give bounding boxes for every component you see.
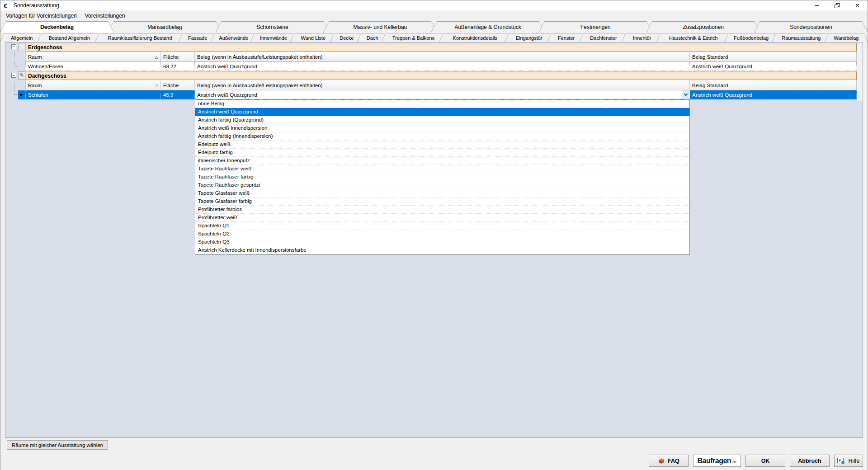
tab-label: Dach [367, 35, 378, 41]
faq-button[interactable]: FAQ [649, 455, 689, 467]
ok-button[interactable]: OK [745, 455, 785, 467]
column-header-belag-standard[interactable]: Belag Standard [690, 52, 857, 62]
tab-haustechnik-estrich[interactable]: Haustechnik & Estrich [656, 33, 731, 42]
tab-raumausstattung[interactable]: Raumausstattung [772, 33, 830, 42]
restore-button[interactable] [827, 0, 847, 10]
minimize-button[interactable] [807, 0, 827, 10]
dropdown-option-tapete-rauhfaser-gespritzt[interactable]: Tapete Rauhfaser gespritzt [195, 181, 689, 189]
cancel-button[interactable]: Abbruch [790, 455, 830, 467]
cell-belag-standard[interactable]: Anstrich weiß Quarzgrund [690, 62, 857, 71]
cell-belag[interactable]: Anstrich weiß Quarzgrund [195, 62, 690, 71]
tab-eingangstür[interactable]: Eingangstür [505, 33, 553, 42]
dropdown-option-italienischer-innenputz[interactable]: italienischer Innenputz [195, 157, 689, 165]
tab-massiv-und-kellerbau[interactable]: Massiv- und Kellerbau [323, 21, 437, 33]
tab-wandbelag[interactable]: Wandbelag [825, 33, 868, 42]
table-row-schlafen[interactable]: ▶Schlafen45,9Anstrich weiß QuarzgrundAns… [5, 90, 857, 99]
dropdown-option-tapete-glasfaser-weiß[interactable]: Tapete Glasfaser weiß [195, 189, 689, 197]
menu-voreinstellungen[interactable]: Voreinstellungen [81, 11, 129, 20]
dropdown-option-ohne-belag[interactable]: ohne Belag [195, 100, 689, 108]
column-header-flaeche[interactable]: Fläche [161, 80, 195, 90]
tab-label: Außenwände [219, 35, 248, 41]
tab-treppen-balkone[interactable]: Treppen & Balkone [382, 33, 446, 42]
content-panel: ErdgeschossRaum△FlächeBelag (wenn in Aus… [5, 42, 863, 438]
menu-bar: Vorlagen für Voreinstellungen Voreinstel… [0, 10, 868, 21]
group-row-dachgeschoss[interactable]: ✎Dachgeschoss [5, 71, 857, 80]
tab-label: Eingangstür [516, 35, 542, 41]
baufragen-logo-button[interactable]: Baufragen de [693, 455, 741, 467]
dropdown-option-spachteln-q2[interactable]: Spachteln Q2 [195, 230, 689, 238]
tab-festmengen[interactable]: Festmengen [538, 21, 652, 33]
cell-flaeche[interactable]: 45,9 [161, 90, 195, 99]
help-label: Hilfe [848, 458, 859, 464]
tab-mansardbelag[interactable]: Mansardbelag [108, 21, 222, 33]
dropdown-option-anstrich-kellerdecke-mit-innendispersionsfarbe[interactable]: Anstrich Kellerdecke mit Innendispersion… [195, 246, 689, 254]
select-same-equipment-rooms-button[interactable]: Räume mit gleicher Ausstattung wählen [7, 440, 108, 450]
dropdown-option-tapete-rauhfaser-farbig[interactable]: Tapete Rauhfaser farbig [195, 173, 689, 181]
chevron-down-icon [684, 92, 688, 96]
tab-label: Außenanlage & Grundstück [454, 24, 521, 30]
tab-innenwände[interactable]: Innenwände [250, 33, 297, 42]
tab-label: Zusatzpositionen [683, 24, 724, 30]
tab-dachfenster[interactable]: Dachfenster [579, 33, 628, 42]
sort-ascending-icon: △ [155, 83, 158, 88]
collapse-expander-icon[interactable] [11, 44, 16, 49]
tab-zusatzpositionen[interactable]: Zusatzpositionen [646, 21, 760, 33]
tab-label: Fassade [188, 35, 207, 41]
table-row-wohnen-essen[interactable]: Wohnen/Essen69,22Anstrich weiß Quarzgrun… [5, 62, 857, 71]
dropdown-option-tapete-glasfaser-farbig[interactable]: Tapete Glasfaser farbig [195, 197, 689, 206]
dropdown-option-spachteln-q3[interactable]: Spachteln Q3 [195, 238, 689, 246]
dropdown-option-tapete-rauhfaser-weiß[interactable]: Tapete Rauhfaser weiß [195, 165, 689, 173]
help-button[interactable]: ? Hilfe [834, 455, 863, 467]
dropdown-option-profilbretter-weiß[interactable]: Profilbretter weiß [195, 214, 689, 222]
dropdown-option-anstrich-farbig-innendispersion[interactable]: Anstrich farbig (Innendispersion) [195, 132, 689, 141]
dropdown-option-edelputz-farbig[interactable]: Edelputz farbig [195, 149, 689, 157]
tab-außenwände[interactable]: Außenwände [211, 33, 257, 42]
column-header-flaeche[interactable]: Fläche [161, 52, 195, 62]
tab-außenanlage-grundstück[interactable]: Außenanlage & Grundstück [431, 21, 545, 33]
tab-bestand-allgemein[interactable]: Bestand Allgemein [37, 33, 101, 42]
belag-dropdown-list: ohne BelagAnstrich weiß QuarzgrundAnstri… [195, 99, 690, 255]
baufragen-logo-text: Baufragen [698, 457, 731, 465]
dropdown-option-profilbretter-farblos[interactable]: Profilbretter farblos [195, 206, 689, 214]
faq-roof-icon [658, 458, 665, 464]
group-row-erdgeschoss[interactable]: Erdgeschoss [5, 42, 857, 52]
collapse-expander-icon[interactable] [11, 73, 16, 78]
column-header-belag-standard[interactable]: Belag Standard [690, 80, 857, 90]
tab-label: Wandbelag [834, 35, 859, 41]
tab-fußbodenbelag[interactable]: Fußbodenbelag [724, 33, 778, 42]
cell-raum[interactable]: Schlafen [25, 90, 161, 99]
cell-flaeche[interactable]: 69,22 [161, 62, 195, 71]
dropdown-option-anstrich-weiß-innendispersion[interactable]: Anstrich weiß Innendispersion [195, 124, 689, 132]
app-window: € Sonderausstattung ✕ Vorlagen für Vorei… [0, 0, 868, 470]
dropdown-option-anstrich-farbig-quarzgrund[interactable]: Anstrich farbig (Quarzgrund) [195, 116, 689, 124]
tab-deckenbelag[interactable]: Deckenbelag [0, 21, 114, 33]
column-header-raum[interactable]: Raum△ [25, 80, 161, 90]
close-button[interactable]: ✕ [847, 0, 868, 10]
combo-dropdown-button[interactable] [682, 90, 689, 99]
close-icon: ✕ [855, 3, 859, 8]
column-header-belag[interactable]: Belag (wenn in Ausbaustufe/Leistungspake… [195, 52, 690, 62]
tab-sonderpositionen[interactable]: Sonderpositionen [754, 21, 868, 33]
tab-label: Haustechnik & Estrich [669, 35, 718, 41]
app-euro-icon: € [4, 2, 12, 9]
cell-raum[interactable]: Wohnen/Essen [25, 62, 161, 71]
dropdown-option-anstrich-weiß-quarzgrund[interactable]: Anstrich weiß Quarzgrund [195, 108, 689, 116]
column-header-belag[interactable]: Belag (wenn in Ausbaustufe/Leistungspake… [195, 80, 690, 90]
scrollbar-track[interactable] [857, 42, 863, 101]
tab-raumklassifizierung-bestand[interactable]: Raumklassifizierung Bestand [95, 33, 184, 42]
column-header-row: Raum△FlächeBelag (wenn in Ausbaustufe/Le… [5, 52, 857, 62]
row-indicator: ▶ [18, 90, 25, 99]
rooms-table: ErdgeschossRaum△FlächeBelag (wenn in Aus… [5, 42, 857, 99]
tab-konstruktionsdetails[interactable]: Konstruktionsdetails [439, 33, 511, 42]
cell-belag-editor[interactable]: Anstrich weiß Quarzgrund [195, 90, 690, 99]
column-header-raum[interactable]: Raum△ [25, 52, 161, 62]
row-indicator [18, 62, 25, 71]
dropdown-option-spachteln-q1[interactable]: Spachteln Q1 [195, 222, 689, 230]
tab-wand-liste[interactable]: Wand Liste [290, 33, 336, 42]
dropdown-option-edelputz-weiß[interactable]: Edelputz weiß [195, 141, 689, 149]
menu-vorlagen-fuer-voreinstellungen[interactable]: Vorlagen für Voreinstellungen [2, 11, 81, 20]
pencil-edit-icon: ✎ [19, 73, 24, 78]
tab-schornsteine[interactable]: Schornsteine [216, 21, 330, 33]
cell-belag-standard[interactable]: Anstrich weiß Quarzgrund [690, 90, 857, 99]
faq-label: FAQ [668, 458, 679, 464]
